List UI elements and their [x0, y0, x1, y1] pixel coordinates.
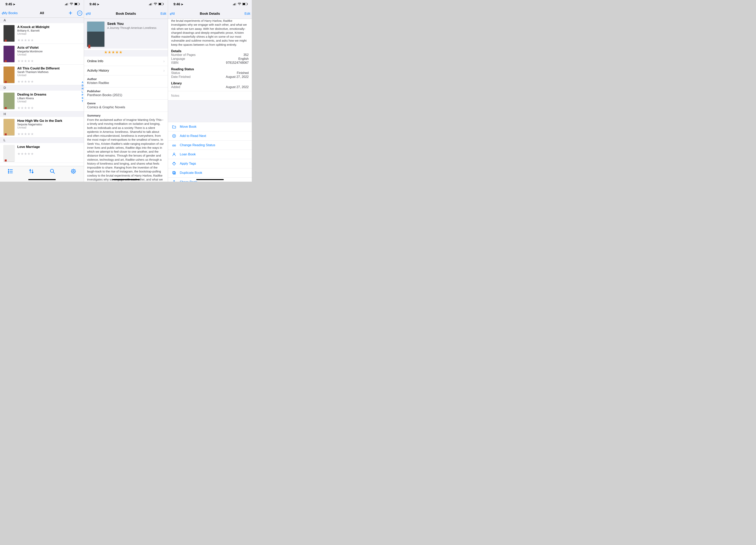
- detail-value: English: [238, 57, 249, 61]
- back-button[interactable]: ‹ All: [86, 11, 91, 16]
- detail-key: Status: [171, 71, 180, 75]
- book-row[interactable]: Dealing in DreamsLilliam RiveraUnread★★★…: [0, 91, 84, 111]
- book-cover[interactable]: [87, 22, 104, 47]
- activity-history-row[interactable]: Activity History ›: [84, 66, 168, 75]
- book-status: Unread: [17, 126, 81, 129]
- apply-tags-action[interactable]: Apply Tags: [168, 159, 252, 168]
- svg-rect-26: [150, 4, 150, 5]
- wifi-icon: [154, 2, 157, 6]
- edit-button[interactable]: Edit: [245, 12, 250, 16]
- svg-rect-27: [151, 3, 151, 5]
- tab-sort[interactable]: [26, 169, 37, 174]
- rating-stars[interactable]: ★★★★★: [17, 152, 81, 156]
- genre-section: Genre Comics & Graphic Novels: [84, 100, 168, 112]
- section-header: L: [0, 138, 84, 143]
- nav-bar: ‹ My Books All: [0, 9, 84, 18]
- more-button[interactable]: [77, 11, 82, 16]
- book-row[interactable]: Acts of VioletMargarita MontimoreUnread★…: [0, 44, 84, 64]
- book-cover: [4, 25, 15, 42]
- book-author: Brittany K. Barnett: [17, 29, 81, 32]
- duplicate-book-action[interactable]: Duplicate Book: [168, 168, 252, 178]
- add-read-next-action[interactable]: Add to Read Next: [168, 132, 252, 141]
- battery-icon: [158, 2, 164, 6]
- details-scroll[interactable]: the brutal experiments of Harry Harlow, …: [168, 19, 252, 182]
- book-cover: [4, 67, 15, 83]
- spacer: [168, 101, 252, 122]
- book-row[interactable]: How High We Go in the DarkSequoia Nagama…: [0, 117, 84, 138]
- edit-button[interactable]: Edit: [161, 12, 166, 16]
- book-cover: [4, 145, 15, 162]
- svg-rect-35: [236, 3, 236, 5]
- rating-stars[interactable]: ★★★★★: [17, 38, 81, 42]
- rating-stars[interactable]: ★★★★★: [17, 59, 81, 63]
- genre-value[interactable]: Comics & Graphic Novels: [87, 105, 165, 109]
- home-indicator[interactable]: [196, 179, 224, 180]
- book-row[interactable]: Love Marriage★★★★★: [0, 143, 84, 163]
- svg-line-23: [71, 173, 72, 173]
- svg-point-45: [174, 163, 174, 163]
- loan-book-action[interactable]: Loan Book: [168, 150, 252, 159]
- alpha-index[interactable]: ADHLPST: [82, 81, 83, 103]
- svg-rect-37: [243, 3, 245, 5]
- svg-point-42: [173, 145, 174, 146]
- book-list[interactable]: AA Knock at MidnightBrittany K. BarnettU…: [0, 18, 84, 166]
- index-letter[interactable]: H: [82, 87, 83, 90]
- online-info-row[interactable]: Online Info ›: [84, 57, 168, 66]
- index-letter[interactable]: S: [82, 97, 83, 100]
- book-title: Love Marriage: [17, 145, 81, 149]
- book-author: Sarah Thankam Mathews: [17, 70, 81, 74]
- move-book-action[interactable]: Move Book: [168, 122, 252, 132]
- nav-title: All: [40, 11, 44, 15]
- back-label: My Books: [3, 11, 18, 15]
- svg-point-15: [71, 170, 75, 173]
- section-header: D: [0, 85, 84, 91]
- tab-search[interactable]: [47, 169, 58, 174]
- rating-stars[interactable]: ★★★★★: [17, 80, 81, 84]
- index-letter[interactable]: D: [82, 84, 83, 87]
- index-letter[interactable]: L: [82, 90, 83, 93]
- details-scroll[interactable]: Seek You A Journey Through American Lone…: [84, 19, 168, 182]
- back-button[interactable]: ‹ My Books: [2, 10, 18, 16]
- svg-rect-25: [149, 5, 149, 5]
- detail-value: 9781524748067: [226, 61, 249, 65]
- author-value[interactable]: Kristen Radtke: [87, 81, 165, 85]
- screen-book-list: 9:45 ➤ ‹ My Books All AA Knock at Midnig…: [0, 0, 84, 182]
- svg-rect-38: [247, 4, 248, 5]
- nav-bar: ‹ All Book Details Edit: [84, 9, 168, 19]
- duplicate-icon: [172, 171, 176, 175]
- rating-stars[interactable]: ★★★★★: [17, 106, 81, 110]
- book-subtitle: A Journey Through American Loneliness: [107, 26, 156, 29]
- detail-key: Date Finished: [171, 75, 191, 79]
- book-title: A Knock at Midnight: [17, 25, 81, 29]
- detail-value: August 27, 2022: [226, 75, 249, 79]
- home-indicator[interactable]: [112, 179, 140, 180]
- detail-key: Added: [171, 85, 180, 89]
- notes-label[interactable]: Notes: [168, 91, 252, 101]
- back-button[interactable]: ‹ All: [170, 11, 175, 16]
- screen-book-details-bottom: 9:46 ➤ ‹ All Book Details Edit the bruta…: [168, 0, 252, 182]
- svg-rect-47: [173, 171, 175, 174]
- book-row[interactable]: A Knock at MidnightBrittany K. BarnettUn…: [0, 23, 84, 44]
- index-letter[interactable]: P: [82, 94, 83, 96]
- svg-line-21: [71, 170, 72, 170]
- rating-stars[interactable]: ★★★★★: [84, 50, 168, 55]
- nav-title: Book Details: [200, 12, 220, 16]
- index-letter[interactable]: T: [82, 100, 83, 103]
- tab-list[interactable]: [5, 169, 16, 174]
- change-status-action[interactable]: Change Reading Status: [168, 141, 252, 150]
- book-row[interactable]: All This Could Be DifferentSarah Thankam…: [0, 65, 84, 85]
- home-indicator[interactable]: [28, 179, 56, 180]
- tab-settings[interactable]: [68, 169, 79, 174]
- rating-stars[interactable]: ★★★★★: [17, 132, 81, 136]
- bookmark-ribbon-icon: [88, 45, 90, 48]
- svg-line-14: [53, 172, 55, 174]
- summary-section: Summary From the acclaimed author of Ima…: [84, 112, 168, 182]
- bookmark-ribbon-icon: [5, 81, 7, 83]
- book-title: How High We Go in the Dark: [17, 119, 81, 123]
- add-button[interactable]: [68, 10, 73, 16]
- index-letter[interactable]: A: [82, 81, 83, 84]
- tag-icon: [172, 162, 176, 166]
- battery-icon: [74, 2, 80, 6]
- status-time: 9:45: [5, 2, 12, 6]
- person-icon: [172, 152, 176, 157]
